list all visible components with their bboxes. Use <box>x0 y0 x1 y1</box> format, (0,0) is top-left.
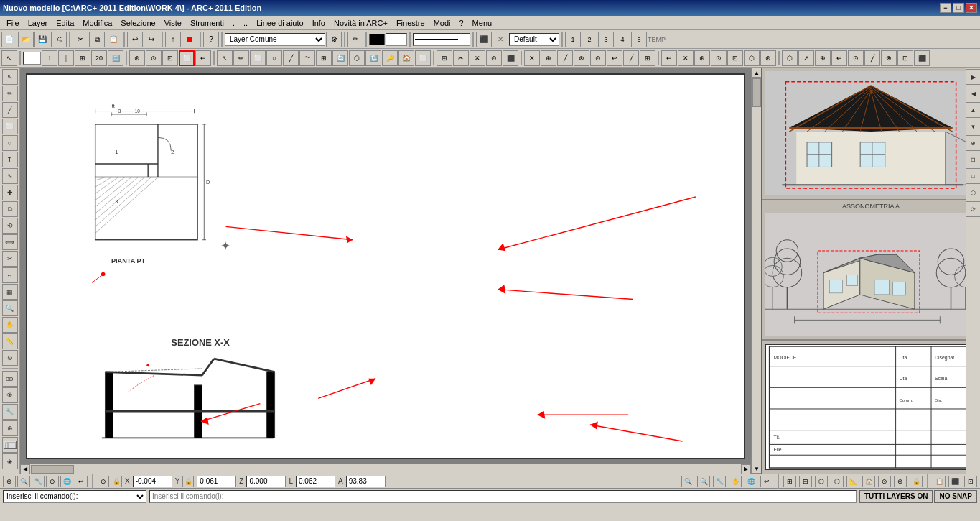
tb2-g3[interactable]: ⊕ <box>694 50 710 66</box>
cmd-dropdown[interactable]: Inserisci il comando(i): <box>3 490 146 503</box>
tb2-f6[interactable]: ↩ <box>607 50 622 66</box>
menu-help[interactable]: ? <box>455 18 467 28</box>
sr-btn15[interactable]: 🔒 <box>910 476 923 487</box>
tb2-h5[interactable]: ⊙ <box>848 50 864 66</box>
v-scroll-up[interactable]: ▲ <box>752 68 761 78</box>
tb2-c3[interactable]: ⊡ <box>162 50 178 66</box>
prop-btn[interactable]: ⬛ <box>476 32 492 47</box>
maximize-button[interactable]: □ <box>953 3 964 13</box>
stop-btn[interactable]: ⏹ <box>182 32 197 47</box>
v-scroll-thumb[interactable] <box>752 78 761 107</box>
rs-btn3[interactable]: ▲ <box>966 102 981 118</box>
pen-btn[interactable]: ✏ <box>347 32 363 47</box>
num1-btn[interactable]: 1 <box>565 32 581 47</box>
style-dropdown[interactable]: Default <box>509 33 559 46</box>
snap-icon6[interactable]: ↩ <box>75 476 88 487</box>
cut-btn[interactable]: ✂ <box>73 32 88 47</box>
rs-btn7[interactable]: □ <box>966 168 981 184</box>
tb2-g7[interactable]: ⊛ <box>760 50 776 66</box>
undo-btn[interactable]: ↩ <box>127 32 143 47</box>
tb2-circ-btn[interactable]: ○ <box>266 50 282 66</box>
layer-dropdown[interactable]: Layer Comune <box>225 33 325 46</box>
menu-novita[interactable]: Novità in ARC+ <box>330 18 391 28</box>
sb-rotate[interactable]: ⟲ <box>2 218 18 234</box>
new-btn[interactable]: 📄 <box>1 32 17 47</box>
snap-icon1[interactable]: ⊕ <box>3 476 16 487</box>
tb2-d5[interactable]: 🏠 <box>398 50 414 66</box>
sr-btn1[interactable]: 🔍 <box>681 476 694 487</box>
print-btn[interactable]: 🖨 <box>51 32 67 47</box>
tb2-edit-btn[interactable]: ⬜ <box>250 50 266 66</box>
sr-btn17[interactable]: ⬛ <box>948 476 961 487</box>
tb2-h2[interactable]: ↗ <box>798 50 814 66</box>
tb2-f2[interactable]: ⊕ <box>541 50 556 66</box>
tb2-line-btn[interactable]: ╱ <box>283 50 299 66</box>
sr-btn10[interactable]: ⬡ <box>831 476 844 487</box>
open-btn[interactable]: 📂 <box>18 32 34 47</box>
sb-node[interactable]: ⊙ <box>2 350 18 366</box>
sb-move[interactable]: ✚ <box>2 185 18 200</box>
tb2-sel-btn[interactable]: ↖ <box>1 50 17 66</box>
no-snap-btn[interactable]: NO SNAP <box>934 490 977 503</box>
x-lock-btn[interactable]: 🔒 <box>111 476 122 487</box>
menu-finestre[interactable]: Finestre <box>393 18 429 28</box>
sr-btn12[interactable]: 🏠 <box>862 476 875 487</box>
minimize-button[interactable]: − <box>940 3 951 13</box>
sb-measure[interactable]: 📏 <box>2 333 18 349</box>
menu-edita[interactable]: Edita <box>52 18 78 28</box>
v-scroll-down[interactable]: ▼ <box>752 464 761 474</box>
snap-icon5[interactable]: 🌐 <box>60 476 73 487</box>
rs-btn4[interactable]: ▼ <box>966 119 981 134</box>
sb-thumbnail[interactable] <box>2 437 18 453</box>
tb2-arrow-btn[interactable]: ↖ <box>217 50 233 66</box>
help-btn[interactable]: ? <box>203 32 219 47</box>
menu-file[interactable]: File <box>3 18 23 28</box>
rs-btn9[interactable]: ⟳ <box>966 201 981 217</box>
tb2-rect-btn[interactable]: ⬜ <box>179 50 195 66</box>
rs-btn6[interactable]: ⊡ <box>966 152 981 167</box>
sr-btn5[interactable]: 🌐 <box>745 476 757 487</box>
horizontal-scrollbar[interactable]: ◀ ▶ <box>20 464 751 474</box>
snap-icon2[interactable]: 🔍 <box>17 476 30 487</box>
tutti-layers-btn[interactable]: TUTTI LAYERS ON <box>859 490 933 503</box>
menu-modi[interactable]: Modi <box>430 18 454 28</box>
sb-extra1[interactable]: ◈ <box>2 453 18 469</box>
menu-layer[interactable]: Layer <box>24 18 52 28</box>
y-icon-btn[interactable]: 🔒 <box>182 476 194 487</box>
sb-props[interactable]: 🔧 <box>2 404 18 420</box>
tb2-d4[interactable]: 🔑 <box>382 50 398 66</box>
tb2-h4[interactable]: ↩ <box>831 50 847 66</box>
menu-selezione[interactable]: Selezione <box>117 18 159 28</box>
rs-btn5[interactable]: ⊕ <box>966 135 981 151</box>
sb-circle[interactable]: ○ <box>2 135 18 151</box>
tb2-h7[interactable]: ⊗ <box>881 50 897 66</box>
tb2-20-btn[interactable]: 20 <box>91 50 107 66</box>
sb-copy[interactable]: ⧉ <box>2 201 18 217</box>
sr-btn18[interactable]: ⊡ <box>964 476 977 487</box>
canvas-area[interactable]: ▲ ▼ tt 3 10 <box>20 68 761 474</box>
color-box[interactable] <box>369 34 385 45</box>
tb2-e5[interactable]: ⬛ <box>503 50 518 66</box>
num5-btn[interactable]: 5 <box>631 32 647 47</box>
tb2-f8[interactable]: ⊞ <box>640 50 655 66</box>
tb2-c1[interactable]: ⊛ <box>129 50 145 66</box>
sb-zoom[interactable]: 🔍 <box>2 300 18 316</box>
tb2-c2[interactable]: ⊙ <box>146 50 162 66</box>
tb2-g2[interactable]: ✕ <box>678 50 694 66</box>
sr-btn4[interactable]: ✋ <box>729 476 742 487</box>
menu-dot1[interactable]: . <box>229 18 238 28</box>
sb-extend[interactable]: ↔ <box>2 267 18 283</box>
tb2-c4[interactable]: ↩ <box>195 50 211 66</box>
command-input[interactable] <box>149 490 857 503</box>
tb2-d2[interactable]: ⬡ <box>349 50 365 66</box>
tb2-f4[interactable]: ⊗ <box>574 50 589 66</box>
sr-btn6[interactable]: ↩ <box>760 476 773 487</box>
h-scroll-thumb[interactable] <box>31 465 74 474</box>
tb2-f3[interactable]: ╱ <box>557 50 573 66</box>
paste-btn[interactable]: 📋 <box>106 32 121 47</box>
sr-btn16[interactable]: 📋 <box>933 476 946 487</box>
tb2-d1[interactable]: 🔄 <box>332 50 348 66</box>
tb2-pencil-btn[interactable]: ✏ <box>233 50 249 66</box>
tb2-e1[interactable]: ⊞ <box>437 50 452 66</box>
tb2-f1[interactable]: ✕ <box>524 50 540 66</box>
